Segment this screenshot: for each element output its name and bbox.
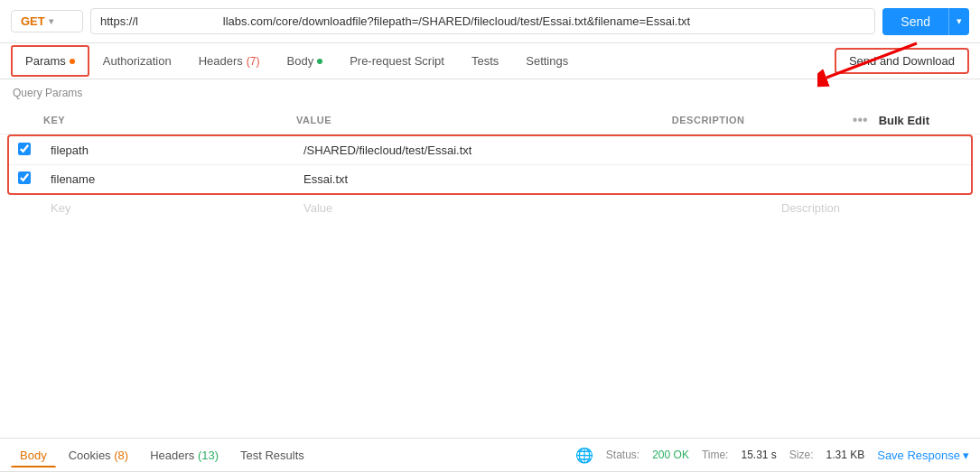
time-value: 15.31 s [741, 449, 776, 461]
method-select[interactable]: GET ▾ [11, 10, 83, 32]
save-response-label: Save Response [877, 449, 960, 462]
request-tabs: Params Authorization Headers (7) Body Pr… [0, 43, 980, 79]
size-value: 1.31 KB [826, 449, 865, 461]
url-bar: GET ▾ Send ▾ [0, 0, 980, 43]
row2-key: filename [51, 172, 303, 186]
params-dot-icon [70, 59, 75, 64]
tab-headers[interactable]: Headers (7) [185, 46, 274, 76]
table-row: filename Essai.txt [9, 165, 971, 193]
cookies-badge: (8) [114, 449, 128, 462]
resp-tab-test-results-label: Test Results [240, 449, 304, 462]
row1-checkbox[interactable] [18, 143, 31, 155]
send-button-group: Send ▾ [882, 8, 969, 35]
tab-settings-label: Settings [526, 54, 568, 68]
method-chevron-icon: ▾ [49, 16, 53, 26]
more-options-icon[interactable]: ••• [853, 112, 868, 128]
globe-icon: 🌐 [575, 447, 593, 464]
col-header-key: KEY [43, 115, 296, 125]
row2-value: Essai.txt [303, 172, 781, 186]
tab-tests-label: Tests [471, 54, 499, 68]
tab-params-label: Params [25, 54, 66, 68]
row2-check-cell [18, 171, 51, 187]
response-tabs: Body Cookies (8) Headers (13) Test Resul… [0, 438, 980, 472]
tab-authorization[interactable]: Authorization [89, 46, 185, 76]
resp-headers-badge: (13) [198, 449, 219, 462]
tab-params[interactable]: Params [11, 45, 89, 77]
body-dot-icon [317, 59, 322, 64]
resp-tab-cookies[interactable]: Cookies (8) [60, 443, 137, 467]
tab-tests[interactable]: Tests [458, 46, 512, 76]
col-header-description: DESCRIPTION [672, 115, 853, 125]
resp-tab-body-label: Body [20, 449, 47, 462]
time-label: Time: [702, 449, 729, 461]
resp-tab-test-results[interactable]: Test Results [231, 443, 313, 467]
params-table-header: KEY VALUE DESCRIPTION ••• Bulk Edit [0, 106, 980, 134]
url-input[interactable] [90, 8, 875, 34]
empty-row: Key Value Description [0, 195, 980, 221]
resp-tab-cookies-label: Cookies [69, 449, 111, 462]
params-rows-container: filepath /SHARED/filecloud/test/Essai.tx… [7, 134, 973, 195]
tab-headers-label: Headers [199, 54, 243, 68]
row1-check-cell [18, 143, 51, 158]
bulk-edit-button[interactable]: Bulk Edit [879, 114, 929, 127]
tab-pre-request-label: Pre-request Script [350, 54, 444, 68]
table-actions: ••• Bulk Edit [853, 112, 929, 128]
empty-value-placeholder: Value [303, 201, 781, 215]
save-response-button[interactable]: Save Response ▾ [877, 449, 969, 462]
main-content: Query Params KEY VALUE DESCRIPTION ••• B… [0, 79, 980, 463]
tab-pre-request[interactable]: Pre-request Script [336, 46, 458, 76]
empty-key-placeholder: Key [51, 201, 303, 215]
col-header-value: VALUE [296, 115, 672, 125]
tab-authorization-label: Authorization [103, 54, 172, 68]
method-label: GET [21, 14, 45, 28]
tab-body[interactable]: Body [274, 46, 337, 76]
tab-body-label: Body [287, 54, 314, 68]
resp-tab-headers[interactable]: Headers (13) [141, 443, 228, 467]
tab-settings[interactable]: Settings [512, 46, 582, 76]
status-value: 200 OK [652, 449, 689, 461]
send-dropdown-button[interactable]: ▾ [948, 8, 969, 35]
row2-checkbox[interactable] [18, 171, 31, 184]
resp-tab-headers-label: Headers [150, 449, 194, 462]
headers-badge: (7) [247, 55, 260, 68]
resp-tab-body[interactable]: Body [11, 443, 56, 467]
status-area: 🌐 Status: 200 OK Time: 15.31 s Size: 1.3… [575, 447, 969, 464]
send-download-button[interactable]: Send and Download [835, 48, 969, 74]
row1-key: filepath [51, 143, 303, 157]
status-label: Status: [606, 449, 639, 461]
size-label: Size: [789, 449, 814, 461]
save-response-chevron-icon: ▾ [963, 449, 969, 462]
table-row: filepath /SHARED/filecloud/test/Essai.tx… [9, 136, 971, 165]
send-button[interactable]: Send [882, 8, 948, 35]
row1-value: /SHARED/filecloud/test/Essai.txt [303, 143, 781, 157]
query-params-label: Query Params [0, 79, 980, 106]
empty-desc-placeholder: Description [781, 201, 962, 215]
